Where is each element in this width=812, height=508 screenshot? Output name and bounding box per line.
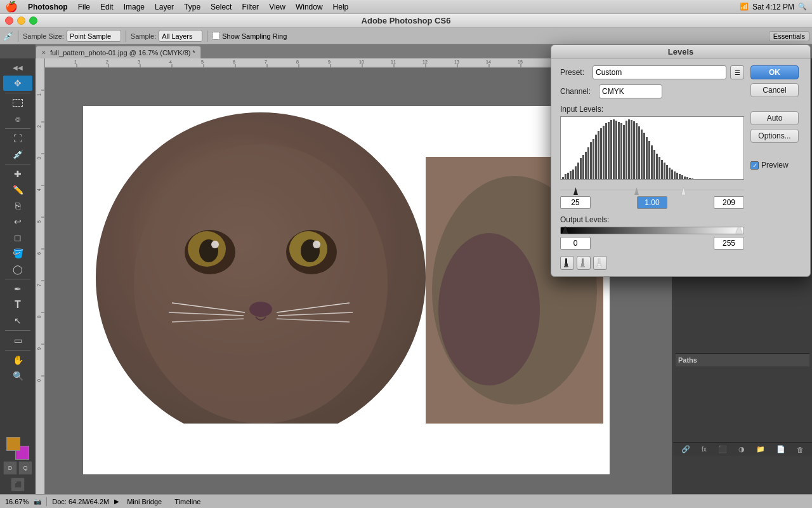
svg-rect-148 <box>598 258 600 264</box>
svg-text:11: 11 <box>391 60 396 64</box>
menu-help[interactable]: Help <box>328 0 354 13</box>
eyedropper-tool-button[interactable]: 💉 <box>3 147 32 162</box>
marquee-tool-button[interactable] <box>3 95 32 110</box>
input-mid-field[interactable]: 1.00 <box>637 196 667 209</box>
sample-select[interactable]: All Layers <box>159 30 202 42</box>
white-point-eyedropper-button[interactable] <box>593 256 607 270</box>
output-black-handle[interactable] <box>562 226 568 234</box>
minimize-button[interactable] <box>17 17 25 25</box>
eraser-tool-button[interactable]: ◻ <box>3 230 32 245</box>
svg-text:5: 5 <box>201 60 204 64</box>
output-white-field[interactable]: 255 <box>714 237 744 250</box>
svg-rect-111 <box>643 133 645 179</box>
menu-image[interactable]: Image <box>119 0 150 13</box>
cancel-button[interactable]: Cancel <box>750 83 799 97</box>
auto-button[interactable]: Auto <box>750 111 799 125</box>
hand-tool-button[interactable]: ✋ <box>3 352 32 368</box>
sample-size-label: Sample Size: <box>23 32 64 40</box>
quick-mask-button[interactable]: Q <box>18 461 32 475</box>
svg-rect-86 <box>580 158 582 179</box>
svg-text:0: 0 <box>37 379 41 382</box>
pen-tool-button[interactable]: ✒ <box>3 281 32 297</box>
brush-tool-button[interactable]: ✏️ <box>3 182 32 197</box>
svg-text:5: 5 <box>37 220 41 223</box>
doc-size-arrow[interactable]: ▶ <box>114 498 119 505</box>
svg-rect-150 <box>597 266 601 267</box>
tool-panel: ◀◀ ✥ ⌾ ⛶ 💉 ✚ ✏️ ⎘ ↩ ◻ 🪣 ◯ ✒ T ↖ <box>0 58 36 494</box>
dodge-tool-icon: ◯ <box>13 264 23 274</box>
maximize-button[interactable] <box>29 17 37 25</box>
lasso-tool-button[interactable]: ⌾ <box>3 111 32 126</box>
svg-rect-144 <box>564 266 568 267</box>
menu-select[interactable]: Select <box>206 0 237 13</box>
delete-layer-icon[interactable]: 🗑 <box>797 446 804 453</box>
input-white-field[interactable]: 209 <box>714 196 744 209</box>
stamp-tool-button[interactable]: ⎘ <box>3 198 32 213</box>
menu-view[interactable]: View <box>264 0 291 13</box>
menu-photoshop[interactable]: Photoshop <box>23 0 73 13</box>
fill-tool-button[interactable]: 🪣 <box>3 246 32 261</box>
channel-label: Channel: <box>560 87 595 96</box>
collapse-panel-button[interactable]: ◀◀ <box>3 60 32 75</box>
menu-filter[interactable]: Filter <box>237 0 264 13</box>
screen-mode-button[interactable]: ⬛ <box>11 478 25 491</box>
preview-checkbox[interactable]: ✓ <box>750 161 759 170</box>
tool-sep-6 <box>5 350 30 351</box>
link-icon[interactable]: 🔗 <box>681 445 690 453</box>
history-brush-icon: ↩ <box>14 217 22 227</box>
preset-select[interactable]: Custom Default <box>593 65 726 79</box>
move-tool-button[interactable]: ✥ <box>3 76 32 91</box>
sample-size-select[interactable]: Point Sample <box>67 30 121 42</box>
svg-text:4: 4 <box>169 60 172 64</box>
output-white-handle[interactable] <box>736 226 742 234</box>
crop-tool-button[interactable]: ⛶ <box>3 131 32 146</box>
folder-icon[interactable]: 📁 <box>756 445 765 453</box>
menu-window[interactable]: Window <box>291 0 328 13</box>
svg-rect-97 <box>608 122 610 179</box>
menu-layer[interactable]: Layer <box>150 0 179 13</box>
output-black-field[interactable]: 0 <box>560 237 591 250</box>
new-layer-icon[interactable]: 📄 <box>776 445 785 453</box>
mini-bridge-tab[interactable]: Mini Bridge <box>127 498 162 505</box>
preset-menu-button[interactable]: ☰ <box>730 65 744 79</box>
menu-type[interactable]: Type <box>179 0 206 13</box>
zoom-tool-button[interactable]: 🔍 <box>3 368 32 384</box>
brush-tool-icon: ✏️ <box>13 185 23 195</box>
output-slider[interactable] <box>560 227 744 234</box>
spot-heal-button[interactable]: ✚ <box>3 166 32 182</box>
default-colors-button[interactable]: D <box>3 461 17 475</box>
eyedropper-row <box>560 256 744 270</box>
show-sampling-ring-checkbox[interactable] <box>212 32 220 40</box>
close-button[interactable] <box>5 17 13 25</box>
timeline-tab[interactable]: Timeline <box>174 498 200 505</box>
close-tab-icon[interactable]: ✕ <box>41 50 46 56</box>
svg-rect-106 <box>631 120 632 179</box>
search-icon[interactable]: 🔍 <box>798 3 807 11</box>
document-tab[interactable]: ✕ full_pattern_photo-01.jpg @ 16.7% (CMY… <box>36 46 201 58</box>
options-button[interactable]: Options... <box>750 129 799 143</box>
history-brush-button[interactable]: ↩ <box>3 214 32 229</box>
svg-rect-103 <box>623 125 625 179</box>
menu-edit[interactable]: Edit <box>95 0 119 13</box>
canvas-white <box>83 106 610 474</box>
input-black-field[interactable]: 25 <box>560 196 591 209</box>
ok-button[interactable]: OK <box>750 65 799 79</box>
menu-bar-right: 📶 Sat 4:12 PM 🔍 <box>740 3 812 11</box>
show-sampling-ring-label[interactable]: Show Sampling Ring <box>212 32 287 40</box>
adjustment-icon[interactable]: ◑ <box>738 445 745 453</box>
mask-icon[interactable]: ⬛ <box>718 445 727 453</box>
fg-bg-swatch-container <box>6 437 29 460</box>
text-tool-button[interactable]: T <box>3 297 32 312</box>
gray-point-eyedropper-button[interactable] <box>577 256 591 270</box>
menu-file[interactable]: File <box>73 0 95 13</box>
dodge-tool-button[interactable]: ◯ <box>3 262 32 277</box>
foreground-color-swatch[interactable] <box>6 437 20 451</box>
black-point-eyedropper-button[interactable] <box>560 256 574 270</box>
fx-icon[interactable]: fx <box>702 446 707 453</box>
shape-tool-button[interactable]: ▭ <box>3 333 32 348</box>
essentials-button[interactable]: Essentials <box>769 31 809 41</box>
path-select-button[interactable]: ↖ <box>3 313 32 328</box>
apple-menu[interactable]: 🍎 <box>0 0 23 13</box>
input-slider-row[interactable] <box>560 184 744 195</box>
channel-select[interactable]: CMYK Cyan Magenta Yellow Black <box>599 84 662 98</box>
